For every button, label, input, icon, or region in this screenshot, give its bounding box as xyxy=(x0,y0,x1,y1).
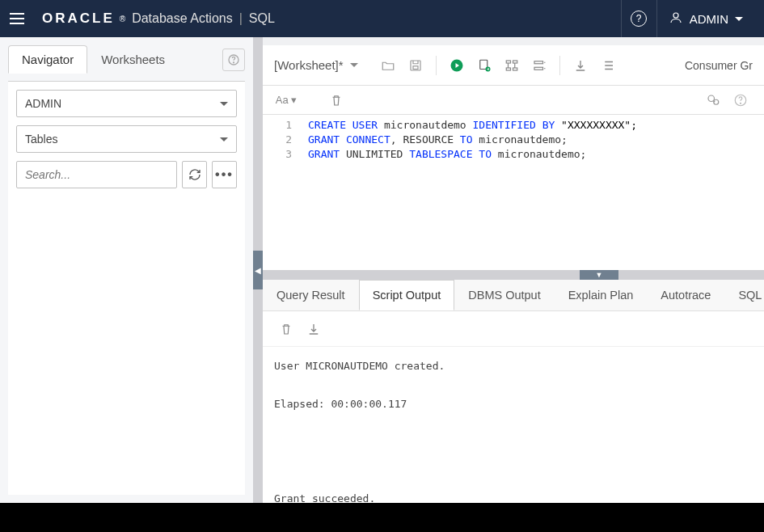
user-icon xyxy=(669,11,683,27)
save-button[interactable] xyxy=(403,53,428,78)
svg-rect-10 xyxy=(506,68,510,70)
app-title: Database Actions xyxy=(132,11,233,26)
user-menu[interactable]: ADMIN xyxy=(656,0,754,37)
svg-rect-8 xyxy=(506,61,510,63)
line-gutter: 1 2 3 xyxy=(263,115,308,270)
header-help-icon[interactable]: ? xyxy=(621,0,656,37)
svg-point-0 xyxy=(673,13,678,18)
tab-sql-history[interactable]: SQL Hist xyxy=(724,280,764,310)
autotrace-button[interactable] xyxy=(527,53,551,78)
help-button[interactable] xyxy=(728,88,753,112)
tab-navigator[interactable]: Navigator xyxy=(8,45,87,74)
object-type-value: Tables xyxy=(25,133,57,146)
worksheet-label: [Worksheet]* xyxy=(274,58,344,72)
more-button[interactable]: ••• xyxy=(212,161,237,188)
run-script-button[interactable] xyxy=(472,53,496,78)
tab-script-output[interactable]: Script Output xyxy=(359,280,455,310)
search-input[interactable] xyxy=(16,161,177,188)
format-button[interactable] xyxy=(596,53,620,78)
chevron-down-icon xyxy=(220,102,228,106)
schema-value: ADMIN xyxy=(25,97,61,110)
open-file-button[interactable] xyxy=(376,53,400,78)
tab-worksheets[interactable]: Worksheets xyxy=(87,45,179,74)
refresh-button[interactable] xyxy=(182,161,207,188)
clear-output-button[interactable] xyxy=(274,317,298,341)
svg-rect-11 xyxy=(513,68,517,70)
splitter-handle-icon: ▼ xyxy=(580,270,618,280)
download-output-button[interactable] xyxy=(302,317,326,341)
menu-icon[interactable] xyxy=(10,10,27,27)
chevron-down-icon xyxy=(735,17,743,21)
chevron-down-icon xyxy=(220,137,228,141)
worksheet-dropdown-icon[interactable] xyxy=(350,63,358,67)
section-title: SQL xyxy=(249,11,275,26)
splitter-handle-icon: ◀ xyxy=(253,251,263,289)
svg-rect-9 xyxy=(513,61,517,63)
brand-logo: ORACLE xyxy=(42,11,115,27)
object-type-select[interactable]: Tables xyxy=(16,125,237,153)
horizontal-splitter[interactable]: ▼ xyxy=(263,270,764,280)
run-button[interactable] xyxy=(445,53,469,78)
schema-select[interactable]: ADMIN xyxy=(16,90,237,117)
clear-button[interactable] xyxy=(324,88,348,112)
tab-explain-plan[interactable]: Explain Plan xyxy=(555,280,648,310)
font-size-button[interactable]: Aa ▾ xyxy=(274,88,298,112)
svg-rect-4 xyxy=(413,65,418,69)
separator: | xyxy=(239,11,243,26)
svg-point-2 xyxy=(234,61,234,62)
code-editor[interactable]: CREATE USER micronautdemo IDENTIFIED BY … xyxy=(308,115,637,270)
user-label: ADMIN xyxy=(690,12,728,26)
svg-point-17 xyxy=(740,103,741,103)
tab-dbms-output[interactable]: DBMS Output xyxy=(454,280,554,310)
svg-rect-13 xyxy=(534,67,543,70)
consumer-group-label: Consumer Gr xyxy=(685,59,753,72)
reg-mark: ® xyxy=(120,15,125,23)
download-button[interactable] xyxy=(568,53,593,78)
find-button[interactable] xyxy=(701,88,725,112)
vertical-splitter[interactable]: ◀ xyxy=(253,37,263,503)
tab-autotrace[interactable]: Autotrace xyxy=(647,280,724,310)
tab-query-result[interactable]: Query Result xyxy=(263,280,359,310)
script-output-body: User MICRONAUTDEMO created. Elapsed: 00:… xyxy=(263,347,764,503)
panel-help-icon[interactable] xyxy=(222,49,245,71)
svg-rect-12 xyxy=(534,61,543,63)
svg-point-14 xyxy=(708,95,715,102)
explain-plan-button[interactable] xyxy=(500,53,524,78)
